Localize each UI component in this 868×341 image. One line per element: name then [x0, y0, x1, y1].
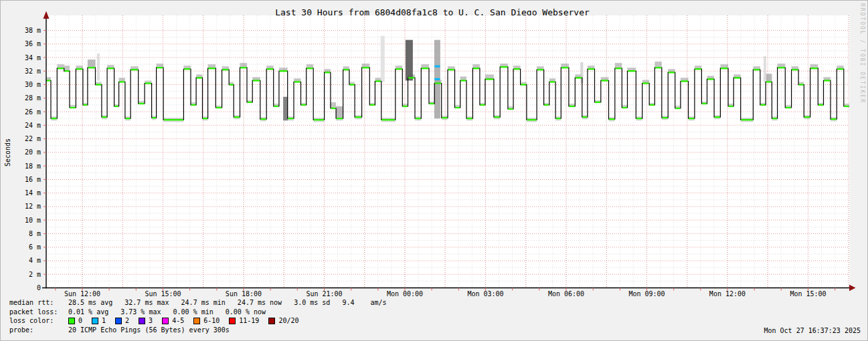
- loss-color-item-label: 11-19: [239, 316, 259, 326]
- loss-color-item-label: 4-5: [172, 316, 184, 326]
- loss-color-swatch: [229, 318, 236, 324]
- median-rtt-label: median rtt:: [9, 298, 68, 308]
- loss-color-swatch: [139, 318, 145, 324]
- loss-color-item: 11-19: [229, 316, 259, 326]
- loss-color-item-label: 0: [78, 316, 82, 326]
- y-tick-label: 18 m: [25, 162, 41, 170]
- loss-color-item-label: 6-10: [203, 316, 220, 326]
- loss-color-swatch: [68, 318, 75, 324]
- loss-color-item: 3: [139, 316, 153, 326]
- y-tick-label: 0: [37, 284, 41, 292]
- loss-color-item: 2: [115, 316, 129, 326]
- loss-color-item-label: 2: [125, 316, 129, 326]
- median-rtt-row: median rtt:28.5 ms avg 32.7 ms max 24.7 …: [9, 298, 387, 308]
- y-tick-label: 30 m: [25, 81, 41, 88]
- y-tick-label: 26 m: [25, 108, 41, 116]
- y-tick-label: 12 m: [25, 203, 41, 210]
- y-tick-label: 8 m: [29, 230, 41, 237]
- x-tick-label: Mon 12:00: [709, 290, 746, 298]
- x-tick-label: Mon 03:00: [467, 290, 503, 298]
- loss-color-swatch: [115, 318, 122, 324]
- x-tick-label: Sun 12:00: [64, 290, 100, 298]
- loss-color-swatch: [268, 318, 275, 324]
- y-tick-label: 14 m: [25, 189, 41, 197]
- y-tick-label: 20 m: [25, 148, 41, 156]
- loss-color-item-label: 1: [102, 316, 106, 326]
- y-tick-label: 24 m: [25, 122, 41, 129]
- y-tick-label: 4 m: [29, 257, 41, 264]
- loss-color-swatch: [162, 318, 169, 324]
- y-tick-label: 10 m: [25, 217, 41, 224]
- loss-color-row: loss color:01234-56-1011-1920/20: [9, 316, 387, 326]
- y-tick-label: 32 m: [25, 68, 41, 75]
- smokeping-graph-window: Last 30 Hours from 6804d08fa1c8 to U. C.…: [0, 0, 868, 341]
- loss-color-item: 6-10: [193, 316, 220, 326]
- generated-timestamp: Mon Oct 27 16:37:23 2025: [764, 327, 861, 334]
- x-tick-label: Sun 18:00: [226, 290, 262, 298]
- loss-color-label: loss color:: [9, 316, 68, 326]
- plot-area: 02 m4 m6 m8 m10 m12 m14 m16 m18 m20 m22 …: [1, 1, 868, 341]
- loss-color-item-label: 20/20: [278, 316, 298, 326]
- loss-color-item: 20/20: [268, 316, 298, 326]
- y-tick-label: 6 m: [29, 243, 41, 251]
- loss-color-item: 0: [68, 316, 82, 326]
- loss-color-swatch: [92, 318, 98, 324]
- stats-block: median rtt:28.5 ms avg 32.7 ms max 24.7 …: [9, 298, 387, 334]
- probe-label: probe:: [9, 326, 68, 335]
- packet-loss-row: packet loss:0.01 % avg 3.73 % max 0.00 %…: [9, 308, 387, 317]
- x-tick-label: Mon 00:00: [387, 290, 423, 298]
- x-tick-label: Mon 09:00: [628, 290, 665, 298]
- y-tick-label: 38 m: [25, 27, 41, 34]
- loss-color-item: 1: [92, 316, 106, 326]
- loss-color-legend: 01234-56-1011-1920/20: [68, 316, 309, 326]
- probe-row: probe:20 ICMP Echo Pings (56 Bytes) ever…: [9, 326, 387, 335]
- x-tick-label: Sun 21:00: [306, 290, 342, 298]
- x-tick-label: Mon 06:00: [548, 290, 584, 298]
- probe-values: 20 ICMP Echo Pings (56 Bytes) every 300s: [68, 326, 230, 334]
- rrdtool-watermark: RRDTOOL / TOBI OETIKER: [859, 3, 865, 104]
- y-tick-label: 36 m: [25, 40, 41, 47]
- x-tick-label: Mon 15:00: [790, 290, 826, 298]
- median-rtt-values: 28.5 ms avg 32.7 ms max 24.7 ms min 24.7…: [68, 299, 387, 306]
- y-tick-label: 16 m: [25, 176, 41, 183]
- x-tick-label: Sun 15:00: [145, 290, 181, 298]
- y-tick-label: 34 m: [25, 54, 41, 62]
- packet-loss-values: 0.01 % avg 3.73 % max 0.00 % min 0.00 % …: [68, 308, 266, 316]
- loss-color-swatch: [193, 318, 200, 324]
- y-tick-label: 2 m: [29, 271, 41, 278]
- loss-color-item-label: 3: [149, 316, 153, 326]
- y-tick-label: 22 m: [25, 135, 41, 142]
- y-tick-label: 28 m: [25, 94, 41, 102]
- packet-loss-label: packet loss:: [9, 308, 68, 317]
- loss-color-item: 4-5: [162, 316, 184, 326]
